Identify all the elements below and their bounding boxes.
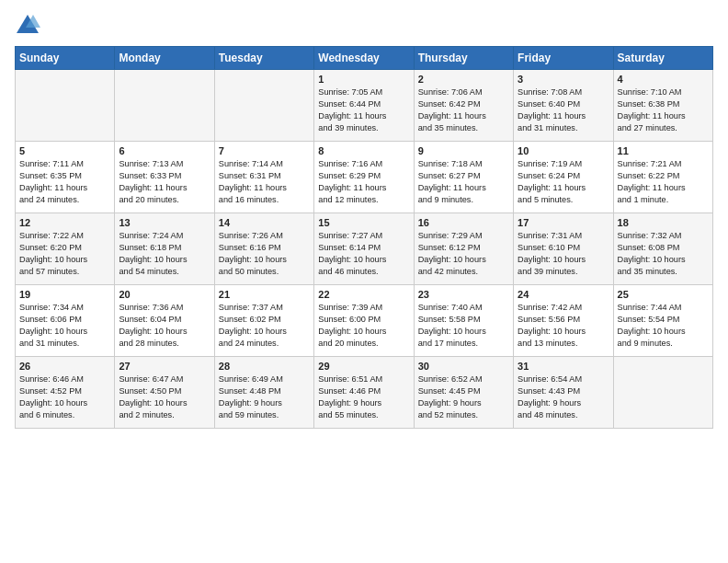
day-number: 17 xyxy=(518,217,609,228)
day-cell: 28Sunrise: 6:49 AM Sunset: 4:48 PM Dayli… xyxy=(214,357,313,429)
day-number: 13 xyxy=(119,217,210,228)
day-number: 4 xyxy=(618,74,709,85)
day-info: Sunrise: 7:21 AM Sunset: 6:22 PM Dayligh… xyxy=(618,158,709,206)
day-info: Sunrise: 7:24 AM Sunset: 6:18 PM Dayligh… xyxy=(119,230,210,278)
day-cell: 21Sunrise: 7:37 AM Sunset: 6:02 PM Dayli… xyxy=(214,285,313,357)
day-cell: 22Sunrise: 7:39 AM Sunset: 6:00 PM Dayli… xyxy=(314,285,414,357)
day-cell: 7Sunrise: 7:14 AM Sunset: 6:31 PM Daylig… xyxy=(214,142,313,213)
day-info: Sunrise: 7:29 AM Sunset: 6:12 PM Dayligh… xyxy=(418,230,509,278)
day-info: Sunrise: 7:22 AM Sunset: 6:20 PM Dayligh… xyxy=(19,230,110,278)
day-number: 1 xyxy=(318,74,409,85)
day-cell: 3Sunrise: 7:08 AM Sunset: 6:40 PM Daylig… xyxy=(514,70,613,142)
day-cell: 2Sunrise: 7:06 AM Sunset: 6:42 PM Daylig… xyxy=(414,70,513,142)
logo xyxy=(15,13,44,39)
week-row-1: 1Sunrise: 7:05 AM Sunset: 6:44 PM Daylig… xyxy=(16,70,713,142)
header xyxy=(15,9,713,39)
logo-icon xyxy=(15,13,40,39)
day-info: Sunrise: 7:13 AM Sunset: 6:33 PM Dayligh… xyxy=(119,158,210,206)
day-info: Sunrise: 7:44 AM Sunset: 5:54 PM Dayligh… xyxy=(618,302,709,350)
day-number: 10 xyxy=(518,145,609,156)
day-info: Sunrise: 7:06 AM Sunset: 6:42 PM Dayligh… xyxy=(418,86,509,134)
day-cell: 6Sunrise: 7:13 AM Sunset: 6:33 PM Daylig… xyxy=(115,142,214,213)
day-cell: 8Sunrise: 7:16 AM Sunset: 6:29 PM Daylig… xyxy=(314,142,414,213)
day-cell: 15Sunrise: 7:27 AM Sunset: 6:14 PM Dayli… xyxy=(314,213,414,285)
day-number: 5 xyxy=(19,145,110,156)
day-number: 6 xyxy=(119,145,210,156)
day-number: 18 xyxy=(618,217,709,228)
header-row: SundayMondayTuesdayWednesdayThursdayFrid… xyxy=(16,47,713,70)
day-cell: 13Sunrise: 7:24 AM Sunset: 6:18 PM Dayli… xyxy=(115,213,214,285)
day-number: 24 xyxy=(518,289,609,300)
day-cell xyxy=(16,70,115,142)
day-header-tuesday: Tuesday xyxy=(214,47,313,70)
day-number: 11 xyxy=(618,145,709,156)
day-info: Sunrise: 7:11 AM Sunset: 6:35 PM Dayligh… xyxy=(19,158,110,206)
day-cell: 27Sunrise: 6:47 AM Sunset: 4:50 PM Dayli… xyxy=(115,357,214,429)
day-cell: 26Sunrise: 6:46 AM Sunset: 4:52 PM Dayli… xyxy=(16,357,115,429)
day-number: 14 xyxy=(219,217,310,228)
day-info: Sunrise: 7:36 AM Sunset: 6:04 PM Dayligh… xyxy=(119,302,210,350)
day-cell: 9Sunrise: 7:18 AM Sunset: 6:27 PM Daylig… xyxy=(414,142,513,213)
week-row-2: 5Sunrise: 7:11 AM Sunset: 6:35 PM Daylig… xyxy=(16,142,713,213)
day-info: Sunrise: 7:19 AM Sunset: 6:24 PM Dayligh… xyxy=(518,158,609,206)
day-header-saturday: Saturday xyxy=(613,47,712,70)
day-cell: 14Sunrise: 7:26 AM Sunset: 6:16 PM Dayli… xyxy=(214,213,313,285)
day-cell: 19Sunrise: 7:34 AM Sunset: 6:06 PM Dayli… xyxy=(16,285,115,357)
day-cell: 25Sunrise: 7:44 AM Sunset: 5:54 PM Dayli… xyxy=(613,285,712,357)
day-header-sunday: Sunday xyxy=(16,47,115,70)
day-info: Sunrise: 6:51 AM Sunset: 4:46 PM Dayligh… xyxy=(318,373,409,421)
day-info: Sunrise: 7:39 AM Sunset: 6:00 PM Dayligh… xyxy=(318,302,409,350)
day-number: 12 xyxy=(19,217,110,228)
day-cell: 5Sunrise: 7:11 AM Sunset: 6:35 PM Daylig… xyxy=(16,142,115,213)
day-cell: 16Sunrise: 7:29 AM Sunset: 6:12 PM Dayli… xyxy=(414,213,513,285)
day-info: Sunrise: 7:27 AM Sunset: 6:14 PM Dayligh… xyxy=(318,230,409,278)
day-cell: 11Sunrise: 7:21 AM Sunset: 6:22 PM Dayli… xyxy=(613,142,712,213)
day-number: 9 xyxy=(418,145,509,156)
day-cell: 1Sunrise: 7:05 AM Sunset: 6:44 PM Daylig… xyxy=(314,70,414,142)
day-cell: 4Sunrise: 7:10 AM Sunset: 6:38 PM Daylig… xyxy=(613,70,712,142)
day-info: Sunrise: 7:31 AM Sunset: 6:10 PM Dayligh… xyxy=(518,230,609,278)
day-number: 2 xyxy=(418,74,509,85)
day-number: 30 xyxy=(418,361,509,372)
day-number: 15 xyxy=(318,217,409,228)
day-number: 25 xyxy=(618,289,709,300)
day-number: 19 xyxy=(19,289,110,300)
day-cell: 30Sunrise: 6:52 AM Sunset: 4:45 PM Dayli… xyxy=(414,357,513,429)
calendar-table: SundayMondayTuesdayWednesdayThursdayFrid… xyxy=(15,46,713,429)
week-row-3: 12Sunrise: 7:22 AM Sunset: 6:20 PM Dayli… xyxy=(16,213,713,285)
day-info: Sunrise: 6:46 AM Sunset: 4:52 PM Dayligh… xyxy=(19,373,110,421)
day-cell: 17Sunrise: 7:31 AM Sunset: 6:10 PM Dayli… xyxy=(514,213,613,285)
day-number: 22 xyxy=(318,289,409,300)
day-header-thursday: Thursday xyxy=(414,47,513,70)
day-number: 23 xyxy=(418,289,509,300)
day-info: Sunrise: 7:08 AM Sunset: 6:40 PM Dayligh… xyxy=(518,86,609,134)
day-cell: 23Sunrise: 7:40 AM Sunset: 5:58 PM Dayli… xyxy=(414,285,513,357)
week-row-4: 19Sunrise: 7:34 AM Sunset: 6:06 PM Dayli… xyxy=(16,285,713,357)
day-number: 31 xyxy=(518,361,609,372)
day-number: 27 xyxy=(119,361,210,372)
week-row-5: 26Sunrise: 6:46 AM Sunset: 4:52 PM Dayli… xyxy=(16,357,713,429)
day-info: Sunrise: 7:14 AM Sunset: 6:31 PM Dayligh… xyxy=(219,158,310,206)
day-cell xyxy=(214,70,313,142)
day-number: 28 xyxy=(219,361,310,372)
page-container: SundayMondayTuesdayWednesdayThursdayFrid… xyxy=(0,0,728,438)
day-number: 7 xyxy=(219,145,310,156)
day-number: 8 xyxy=(318,145,409,156)
day-number: 26 xyxy=(19,361,110,372)
day-info: Sunrise: 7:10 AM Sunset: 6:38 PM Dayligh… xyxy=(618,86,709,134)
day-cell: 20Sunrise: 7:36 AM Sunset: 6:04 PM Dayli… xyxy=(115,285,214,357)
day-number: 21 xyxy=(219,289,310,300)
day-cell: 24Sunrise: 7:42 AM Sunset: 5:56 PM Dayli… xyxy=(514,285,613,357)
day-cell xyxy=(115,70,214,142)
day-info: Sunrise: 7:32 AM Sunset: 6:08 PM Dayligh… xyxy=(618,230,709,278)
day-number: 29 xyxy=(318,361,409,372)
day-info: Sunrise: 7:37 AM Sunset: 6:02 PM Dayligh… xyxy=(219,302,310,350)
day-info: Sunrise: 6:49 AM Sunset: 4:48 PM Dayligh… xyxy=(219,373,310,421)
day-header-wednesday: Wednesday xyxy=(314,47,414,70)
day-info: Sunrise: 7:05 AM Sunset: 6:44 PM Dayligh… xyxy=(318,86,409,134)
day-cell: 12Sunrise: 7:22 AM Sunset: 6:20 PM Dayli… xyxy=(16,213,115,285)
day-cell: 31Sunrise: 6:54 AM Sunset: 4:43 PM Dayli… xyxy=(514,357,613,429)
day-info: Sunrise: 7:16 AM Sunset: 6:29 PM Dayligh… xyxy=(318,158,409,206)
day-cell: 18Sunrise: 7:32 AM Sunset: 6:08 PM Dayli… xyxy=(613,213,712,285)
day-number: 16 xyxy=(418,217,509,228)
